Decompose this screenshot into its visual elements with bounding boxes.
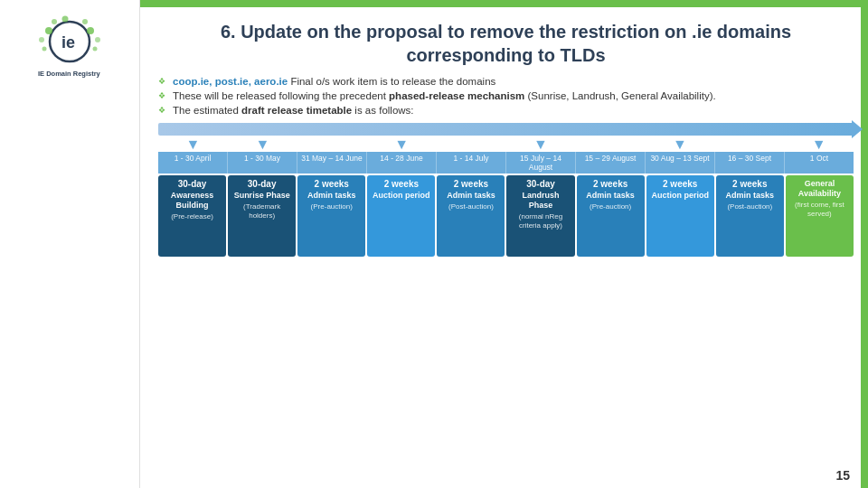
- phase-duration-5: 30-day: [526, 179, 555, 189]
- date-label-9: 1 Oct: [785, 152, 854, 174]
- phase-sub-5: (normal nReg criteria apply): [509, 212, 571, 230]
- date-label-8: 16 – 30 Sept: [715, 152, 785, 174]
- svg-point-6: [42, 47, 47, 52]
- bullet-2-text1: These will be released following the pre…: [173, 90, 389, 101]
- phase-name-3: Auction period: [373, 191, 430, 201]
- phase-block-8: 2 weeksAdmin tasks(Post-auction): [716, 175, 784, 257]
- sidebar: ie IE Domain Registry: [0, 0, 140, 488]
- phase-sub-8: (Post-auction): [727, 202, 772, 211]
- arrow-2: [297, 137, 367, 152]
- svg-point-7: [87, 27, 94, 34]
- svg-text:ie: ie: [61, 33, 75, 52]
- main-content: 6. Update on the proposal to remove the …: [140, 7, 868, 488]
- phase-block-3: 2 weeksAuction period: [367, 175, 435, 257]
- phase-block-5: 30-dayLandrush Phase(normal nReg criteri…: [506, 175, 574, 257]
- bullet-3: The estimated draft release timetable is…: [158, 105, 854, 116]
- arrow-8: [714, 137, 784, 152]
- date-label-0: 1 - 30 April: [158, 152, 228, 174]
- arrow-4: [437, 137, 506, 152]
- phase-duration-8: 2 weeks: [732, 179, 767, 189]
- phase-block-9: General Availability(first come, first s…: [786, 175, 854, 257]
- timeline-arrow: [158, 123, 854, 136]
- bullet-2-text2: (Sunrise, Landrush, General Availability…: [524, 90, 715, 101]
- arrow-9: ▼: [784, 137, 854, 152]
- svg-point-9: [95, 37, 100, 42]
- date-label-2: 31 May – 14 June: [297, 152, 367, 174]
- phase-sub-4: (Post-auction): [448, 202, 494, 211]
- timeline-section: ▼ ▼ ▼ ▼ ▼ ▼ 1 - 30 April1 - 30 May31 May…: [158, 123, 854, 257]
- svg-point-8: [82, 19, 88, 24]
- phase-name-4: Admin tasks: [447, 191, 495, 201]
- phase-block-1: 30-daySunrise Phase(Trademark holders): [228, 175, 296, 257]
- svg-point-10: [93, 47, 98, 52]
- phase-name-5: Landrush Phase: [509, 191, 571, 211]
- date-label-7: 30 Aug – 13 Sept: [646, 152, 715, 174]
- bullet-2-bold: phased-release mechanism: [389, 90, 524, 101]
- bullet-3-bold: draft release timetable: [241, 105, 352, 116]
- bullet-1-domains: coop.ie, post.ie, aero.ie: [173, 76, 288, 87]
- svg-point-5: [39, 37, 44, 42]
- svg-point-3: [52, 19, 57, 24]
- arrow-6: [575, 137, 645, 152]
- phase-block-2: 2 weeksAdmin tasks(Pre-auction): [297, 175, 365, 257]
- date-label-6: 15 – 29 August: [576, 152, 646, 174]
- phase-name-7: Auction period: [651, 191, 709, 201]
- date-label-4: 1 - 14 July: [437, 152, 506, 174]
- phase-sub-9: (first come, first served): [788, 201, 851, 218]
- arrow-0: ▼: [158, 137, 228, 152]
- phase-name-0: Awareness Building: [161, 191, 223, 211]
- phase-duration-0: 30-day: [178, 179, 207, 189]
- bullet-3-text2: is as follows:: [352, 105, 413, 116]
- phase-name-1: Sunrise Phase: [234, 191, 290, 201]
- timeline-arrow-row: [158, 123, 854, 136]
- date-label-5: 15 July – 14 August: [506, 152, 576, 174]
- phase-sub-1: (Trademark holders): [231, 202, 293, 220]
- arrow-5: ▼: [506, 137, 576, 152]
- bullet-3-text1: The estimated: [173, 105, 241, 116]
- phase-duration-1: 30-day: [248, 179, 277, 189]
- phase-block-7: 2 weeksAuction period: [646, 175, 714, 257]
- svg-point-4: [62, 16, 69, 23]
- arrow-7: ▼: [645, 137, 714, 152]
- svg-point-2: [45, 27, 52, 34]
- bullet-1: coop.ie, post.ie, aero.ie Final o/s work…: [158, 76, 854, 87]
- phase-sub-6: (Pre-auction): [590, 202, 631, 211]
- phase-sub-0: (Pre-release): [171, 212, 213, 221]
- phase-blocks-row: 30-dayAwareness Building(Pre-release)30-…: [158, 175, 854, 257]
- phase-duration-6: 2 weeks: [593, 179, 627, 189]
- down-arrows-row: ▼ ▼ ▼ ▼ ▼ ▼: [158, 137, 854, 152]
- phase-name-8: Admin tasks: [726, 191, 775, 201]
- phase-name-6: Admin tasks: [586, 191, 635, 201]
- date-labels-row: 1 - 30 April1 - 30 May31 May – 14 June14…: [158, 152, 854, 174]
- phase-duration-7: 2 weeks: [663, 179, 697, 189]
- phase-name-2: Admin tasks: [307, 191, 356, 201]
- bullet-1-text: Final o/s work item is to release the do…: [290, 76, 495, 87]
- svg-text:IE Domain Registry: IE Domain Registry: [38, 70, 101, 78]
- ie-logo-svg: ie IE Domain Registry: [29, 14, 110, 96]
- arrow-3: ▼: [367, 137, 437, 152]
- bullet-list: coop.ie, post.ie, aero.ie Final o/s work…: [158, 76, 854, 116]
- arrow-1: ▼: [228, 137, 297, 152]
- phase-duration-3: 2 weeks: [384, 179, 419, 189]
- phase-name-9: General Availability: [788, 179, 851, 199]
- page-title: 6. Update on the proposal to remove the …: [158, 20, 854, 67]
- page-number: 15: [835, 468, 850, 483]
- bullet-2: These will be released following the pre…: [158, 90, 854, 101]
- phase-block-0: 30-dayAwareness Building(Pre-release): [158, 175, 226, 257]
- phase-block-4: 2 weeksAdmin tasks(Post-auction): [437, 175, 505, 257]
- date-label-3: 14 - 28 June: [367, 152, 437, 174]
- phase-duration-2: 2 weeks: [315, 179, 349, 189]
- phase-block-6: 2 weeksAdmin tasks(Pre-auction): [577, 175, 645, 257]
- date-label-1: 1 - 30 May: [228, 152, 297, 174]
- phase-duration-4: 2 weeks: [454, 179, 488, 189]
- phase-sub-2: (Pre-auction): [311, 202, 353, 211]
